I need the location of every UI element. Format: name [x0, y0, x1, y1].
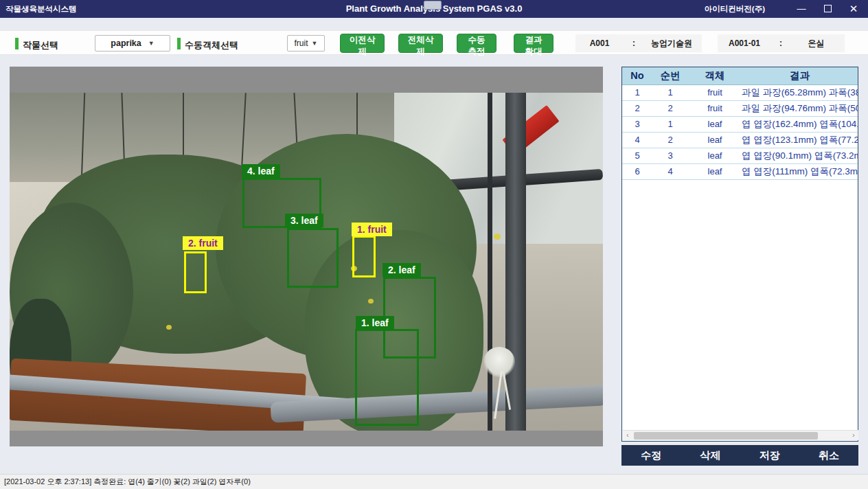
table-header-row: No순번객체결과 [622, 67, 858, 84]
accent-bar [15, 38, 19, 49]
close-button[interactable]: ✕ [842, 0, 865, 18]
column-header-3[interactable]: 결과 [742, 67, 858, 84]
cell-no: 3 [622, 116, 652, 132]
cell-result: 과일 과장(65.28mm) 과폭(38.08 [742, 84, 858, 100]
panel-action-bar: 수정삭제저장취소 [621, 445, 858, 466]
column-header-2[interactable]: 객체 [688, 67, 742, 84]
scrollbar-thumb[interactable] [634, 432, 818, 440]
detection-box-leaf[interactable] [287, 228, 339, 288]
detection-label-leaf: 1. leaf [356, 316, 394, 330]
cell-no: 2 [622, 100, 652, 116]
cell-no: 6 [622, 163, 652, 179]
flower-spot [166, 325, 172, 330]
cell-result: 엽 엽장(123.1mm) 엽폭(77.2m [742, 132, 858, 148]
site-info-box: A001 : 농업기술원 [575, 34, 702, 52]
photo-bottom-band [10, 431, 603, 446]
cell-result: 엽 엽장(162.4mm) 엽폭(104.4 [742, 116, 858, 132]
cell-object: leaf [688, 148, 742, 163]
result-zoom-button[interactable]: 결과확대 [514, 34, 553, 53]
scroll-left-icon[interactable]: ‹ [623, 431, 632, 440]
results-table: No순번객체결과 11fruit과일 과장(65.28mm) 과폭(38.082… [622, 67, 858, 180]
column-header-1[interactable]: 순번 [652, 67, 688, 84]
chevron-down-icon: ▼ [148, 40, 155, 47]
column-header-0[interactable]: No [622, 67, 652, 84]
cancel-button[interactable]: 취소 [799, 445, 858, 466]
cell-no: 1 [622, 84, 652, 100]
cell-object: leaf [688, 132, 742, 148]
chevron-down-icon: ▼ [312, 40, 318, 47]
site-colon: : [624, 38, 644, 48]
house-info-box: A001-01 : 온실 [718, 34, 845, 52]
horizontal-scrollbar[interactable]: ‹ › [623, 430, 858, 440]
cell-seq: 2 [652, 100, 688, 116]
house-code: A001-01 [718, 38, 771, 48]
site-name: 농업기술원 [644, 38, 699, 49]
table-row[interactable]: 11fruit과일 과장(65.28mm) 과폭(38.08 [622, 84, 858, 100]
detection-label-fruit: 1. fruit [352, 223, 392, 236]
minimize-button[interactable]: — [790, 0, 813, 18]
manual-object-label: 수동객체선택 [185, 39, 238, 52]
house-name: 온실 [790, 38, 842, 49]
scroll-right-icon[interactable]: › [849, 431, 858, 440]
detection-box-fruit[interactable] [184, 251, 207, 293]
cell-no: 4 [622, 132, 652, 148]
flower-spot [494, 234, 501, 240]
cursor-artifact [424, 1, 442, 10]
table-row[interactable]: 42leaf엽 엽장(123.1mm) 엽폭(77.2m [622, 132, 858, 148]
string-bow [483, 347, 515, 377]
edit-button[interactable]: 수정 [621, 445, 681, 466]
status-text: [2021-03-02 오후 2:37:13] 측정완료: 엽(4) 줄기(0)… [4, 477, 251, 486]
maximize-icon [824, 5, 832, 12]
maximize-button[interactable] [816, 0, 839, 18]
cell-seq: 3 [652, 148, 688, 163]
house-colon: : [771, 38, 790, 48]
table-row[interactable]: 64leaf엽 엽장(111mm) 엽폭(72.3m [622, 163, 858, 179]
detection-label-leaf: 2. leaf [382, 263, 421, 277]
cell-result: 과일 과장(94.76mm) 과폭(50.6 [742, 100, 858, 116]
status-bar: [2021-03-02 오후 2:37:13] 측정완료: 엽(4) 줄기(0)… [0, 474, 868, 489]
detection-box-fruit[interactable] [352, 236, 376, 277]
site-code: A001 [575, 38, 624, 48]
cell-no: 5 [622, 148, 652, 163]
detection-label-fruit: 2. fruit [183, 236, 223, 250]
title-bar: 작물생육분석시스템 Plant Growth Analysis System P… [0, 0, 868, 18]
company-name: 아이티컨버전(주) [705, 4, 765, 14]
object-select-value: fruit [295, 38, 308, 48]
cell-object: fruit [688, 100, 742, 116]
object-select-dropdown[interactable]: fruit ▼ [287, 35, 325, 52]
save-button[interactable]: 저장 [740, 445, 799, 466]
cell-object: fruit [688, 84, 742, 100]
table-body: 11fruit과일 과장(65.28mm) 과폭(38.0822fruit과일 … [622, 84, 858, 179]
detection-label-leaf: 3. leaf [285, 214, 323, 227]
camera-image-panel[interactable]: 4. leaf3. leaf1. fruit2. fruit2. leaf1. … [10, 67, 603, 446]
results-panel: No순번객체결과 11fruit과일 과장(65.28mm) 과폭(38.082… [621, 67, 858, 466]
flower-spot [368, 299, 374, 304]
detection-label-leaf: 4. leaf [242, 164, 280, 178]
crop-select-value: paprika [111, 38, 141, 48]
vertical-pole [488, 93, 492, 431]
cell-object: leaf [688, 163, 742, 179]
cell-result: 엽 엽장(111mm) 엽폭(72.3m [742, 163, 858, 179]
detection-box-leaf[interactable] [355, 329, 419, 426]
crop-select-dropdown[interactable]: paprika ▼ [95, 35, 170, 52]
table-row[interactable]: 53leaf엽 엽장(90.1mm) 엽폭(73.2m [622, 148, 858, 163]
results-table-frame: No순번객체결과 11fruit과일 과장(65.28mm) 과폭(38.082… [621, 67, 858, 442]
crop-select-label: 작물선택 [23, 39, 58, 52]
vertical-pipe [505, 93, 526, 431]
cell-seq: 1 [652, 84, 688, 100]
manual-measure-button[interactable]: 수동측정 [457, 34, 496, 53]
table-row[interactable]: 22fruit과일 과장(94.76mm) 과폭(50.6 [622, 100, 858, 116]
cell-seq: 1 [652, 116, 688, 132]
accent-bar [177, 38, 181, 49]
all-delete-button[interactable]: 전체삭제 [398, 34, 443, 53]
cell-object: leaf [688, 116, 742, 132]
cell-seq: 4 [652, 163, 688, 179]
toolbar: 작물선택 paprika ▼ 수동객체선택 fruit ▼ 이전삭제전체삭제수동… [0, 30, 868, 55]
delete-button[interactable]: 삭제 [681, 445, 740, 466]
cell-result: 엽 엽장(90.1mm) 엽폭(73.2m [742, 148, 858, 163]
table-row[interactable]: 31leaf엽 엽장(162.4mm) 엽폭(104.4 [622, 116, 858, 132]
prev-delete-button[interactable]: 이전삭제 [340, 34, 385, 53]
cell-seq: 2 [652, 132, 688, 148]
